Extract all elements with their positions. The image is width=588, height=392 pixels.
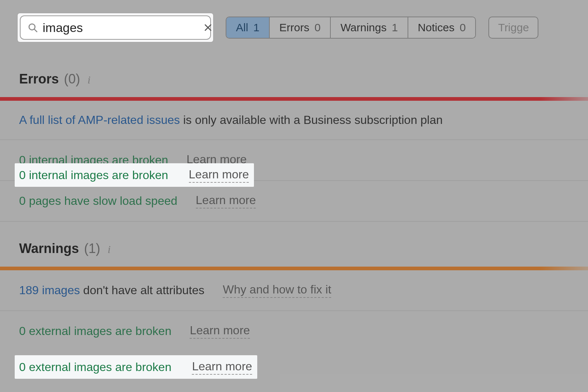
external-images-text: 0 external images are broken <box>19 324 171 338</box>
row-external-images: 0 external images are broken Learn more <box>0 311 588 351</box>
filter-errors[interactable]: Errors 0 <box>270 17 331 38</box>
trigger-button[interactable]: Trigge <box>488 17 538 39</box>
trigger-button-label: Trigge <box>498 21 529 34</box>
amp-issues-link[interactable]: A full list of AMP-related issues <box>19 113 180 126</box>
search-icon <box>27 22 38 33</box>
alt-attr-link[interactable]: 189 images <box>19 284 80 297</box>
errors-rule <box>0 97 588 101</box>
errors-section-heading: Errors (0) i <box>0 42 588 97</box>
slow-load-text: 0 pages have slow load speed <box>19 194 178 208</box>
filter-warnings[interactable]: Warnings 1 <box>331 17 408 38</box>
warnings-rule <box>0 267 588 270</box>
search-highlight <box>18 13 213 42</box>
filter-label: Errors <box>279 21 309 34</box>
filter-all[interactable]: All 1 <box>226 17 270 38</box>
filter-count: 1 <box>392 21 398 34</box>
highlight-external-images: 0 external images are broken Learn more <box>15 355 257 379</box>
search-field[interactable] <box>20 15 211 40</box>
section-count: (0) <box>64 71 80 87</box>
learn-more-link[interactable]: Learn more <box>189 168 249 183</box>
highlight-internal-images: 0 internal images are broken Learn more <box>15 163 254 187</box>
highlight-text: 0 external images are broken <box>19 360 171 374</box>
section-title: Warnings <box>19 241 79 256</box>
filter-count: 0 <box>460 21 466 34</box>
filter-label: All <box>236 21 248 34</box>
learn-more-link[interactable]: Learn more <box>196 193 256 209</box>
section-count: (1) <box>84 241 100 256</box>
search-input[interactable] <box>38 21 203 35</box>
filter-count: 1 <box>253 21 259 34</box>
row-amp-issues: A full list of AMP-related issues is onl… <box>0 101 588 140</box>
learn-more-link[interactable]: Learn more <box>190 324 250 339</box>
row-alt-attributes: 189 images don't have alt attributes Why… <box>0 270 588 311</box>
clear-search-button[interactable] <box>203 22 213 33</box>
filter-label: Warnings <box>340 21 387 34</box>
highlight-text: 0 internal images are broken <box>19 168 168 182</box>
section-title: Errors <box>19 71 59 87</box>
filter-tabs: All 1 Errors 0 Warnings 1 Notices 0 <box>226 17 476 39</box>
alt-attr-text: don't have alt attributes <box>80 284 204 297</box>
filter-label: Notices <box>418 21 455 34</box>
learn-more-link[interactable]: Learn more <box>192 360 252 375</box>
info-icon[interactable]: i <box>85 74 90 86</box>
amp-issues-text: is only available with a Business subscr… <box>180 113 443 126</box>
why-fix-link[interactable]: Why and how to fix it <box>223 283 331 298</box>
warnings-section-heading: Warnings (1) i <box>0 222 588 267</box>
row-slow-load: 0 pages have slow load speed Learn more <box>0 181 588 222</box>
close-icon <box>203 23 213 32</box>
info-icon[interactable]: i <box>105 243 111 256</box>
svg-line-1 <box>34 29 37 32</box>
filter-notices[interactable]: Notices 0 <box>408 17 476 38</box>
filter-count: 0 <box>315 21 321 34</box>
